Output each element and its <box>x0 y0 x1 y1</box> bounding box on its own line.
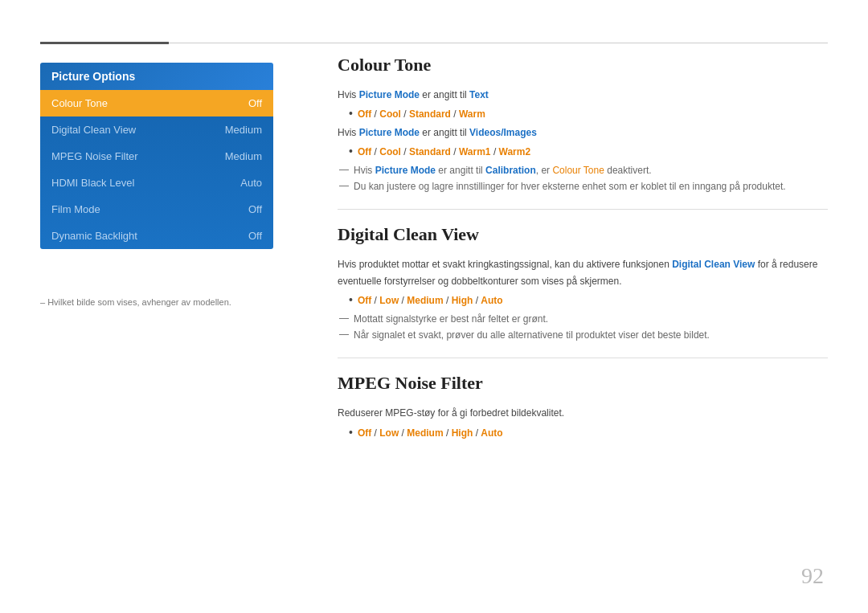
divider1 <box>338 209 828 210</box>
menu-item-colour-tone[interactable]: Colour Tone Off <box>40 90 273 116</box>
section-title-colour-tone: Colour Tone <box>338 55 828 76</box>
option-warm2: Warm2 <box>499 146 531 157</box>
mpeg-bullet: Off / Low / Medium / High / Auto <box>349 425 828 441</box>
section-colour-tone: Colour Tone Hvis Picture Mode er angitt … <box>338 55 828 194</box>
section-body-digital-clean-view: Hvis produktet mottar et svakt kringkast… <box>338 256 828 343</box>
menu-item-dynamic-backlight[interactable]: Dynamic Backlight Off <box>40 223 273 249</box>
dcv-note1: Mottatt signalstyrke er best når feltet … <box>339 311 828 327</box>
colour-tone-note1-text: Hvis Picture Mode er angitt til Calibrat… <box>354 162 652 178</box>
option-warm: Warm <box>459 108 485 120</box>
dcv-auto: Auto <box>481 295 502 306</box>
mpeg-sep4: / <box>473 427 481 439</box>
sep3: / <box>451 108 459 120</box>
menu-label-film-mode: Film Mode <box>51 203 100 215</box>
mpeg-sep3: / <box>444 427 452 439</box>
sep4: / <box>371 146 379 157</box>
section-body-colour-tone: Hvis Picture Mode er angitt til Text Off… <box>338 87 828 194</box>
section-mpeg-noise-filter: MPEG Noise Filter Reduserer MPEG-støy fo… <box>338 373 828 441</box>
option-off1: Off <box>358 108 371 120</box>
menu-value-digital-clean-view: Medium <box>225 124 262 136</box>
mpeg-sep1: / <box>371 427 379 439</box>
menu-label-mpeg-noise-filter: MPEG Noise Filter <box>51 150 138 162</box>
dcv-sep4: / <box>473 295 481 306</box>
picture-options-panel: Picture Options Colour Tone Off Digital … <box>40 63 273 249</box>
menu-label-dynamic-backlight: Dynamic Backlight <box>51 230 137 242</box>
option-cool2: Cool <box>379 146 401 157</box>
colour-tone-keyword: Colour Tone <box>552 165 604 176</box>
top-line-light <box>169 43 828 43</box>
mpeg-options: Off / Low / Medium / High / Auto <box>358 425 503 441</box>
menu-item-mpeg-noise-filter[interactable]: MPEG Noise Filter Medium <box>40 143 273 170</box>
dcv-off: Off <box>358 295 371 306</box>
sep2: / <box>401 108 409 120</box>
dcv-low: Low <box>379 295 399 306</box>
option-standard2: Standard <box>409 146 451 157</box>
menu-label-digital-clean-view: Digital Clean View <box>51 124 136 136</box>
mpeg-medium: Medium <box>407 427 443 439</box>
dcv-sep3: / <box>444 295 452 306</box>
menu-value-dynamic-backlight: Off <box>248 230 262 242</box>
dcv-high: High <box>452 295 473 306</box>
dcv-sep1: / <box>371 295 379 306</box>
colour-tone-text1: Hvis Picture Mode er angitt til Text <box>338 87 828 103</box>
section-body-mpeg-noise-filter: Reduserer MPEG-støy for å gi forbedret b… <box>338 405 828 441</box>
colour-tone-note1: Hvis Picture Mode er angitt til Calibrat… <box>339 162 828 178</box>
menu-item-hdmi-black-level[interactable]: HDMI Black Level Auto <box>40 170 273 196</box>
colour-tone-options1: Off / Cool / Standard / Warm <box>358 106 485 122</box>
picture-mode-keyword2: Picture Mode <box>359 127 420 138</box>
option-off2: Off <box>358 146 371 157</box>
calibration-keyword: Calibration <box>485 165 536 176</box>
menu-value-colour-tone: Off <box>248 97 262 109</box>
mpeg-intro: Reduserer MPEG-støy for å gi forbedret b… <box>338 405 828 421</box>
sep1: / <box>371 108 379 120</box>
panel-title: Picture Options <box>40 63 273 90</box>
picture-mode-keyword3: Picture Mode <box>375 165 436 176</box>
footer-note: – Hvilket bilde som vises, avhenger av m… <box>40 297 231 307</box>
option-cool: Cool <box>379 108 401 120</box>
mpeg-off: Off <box>358 427 371 439</box>
sep5: / <box>401 146 409 157</box>
menu-item-digital-clean-view[interactable]: Digital Clean View Medium <box>40 116 273 143</box>
dcv-medium: Medium <box>407 295 443 306</box>
menu-value-film-mode: Off <box>248 203 262 215</box>
top-line-accent <box>40 42 169 44</box>
colour-tone-bullet1: Off / Cool / Standard / Warm <box>349 106 828 122</box>
dcv-note2: Når signalet et svakt, prøver du alle al… <box>339 327 828 343</box>
mpeg-high: High <box>452 427 473 439</box>
colour-tone-text2: Hvis Picture Mode er angitt til Videos/I… <box>338 125 828 141</box>
option-standard1: Standard <box>409 108 451 120</box>
dcv-options: Off / Low / Medium / High / Auto <box>358 292 503 309</box>
section-title-mpeg-noise-filter: MPEG Noise Filter <box>338 373 828 394</box>
colour-tone-note2-text: Du kan justere og lagre innstillinger fo… <box>354 178 786 194</box>
sep7: / <box>491 146 499 157</box>
menu-list: Colour Tone Off Digital Clean View Mediu… <box>40 90 273 249</box>
colour-tone-bullet2: Off / Cool / Standard / Warm1 / Warm2 <box>349 144 828 160</box>
divider2 <box>338 358 828 358</box>
colour-tone-note2: Du kan justere og lagre innstillinger fo… <box>339 178 828 194</box>
section-title-digital-clean-view: Digital Clean View <box>338 224 828 245</box>
mpeg-auto: Auto <box>481 427 502 439</box>
dcv-note2-text: Når signalet et svakt, prøver du alle al… <box>354 327 710 343</box>
text-keyword1: Text <box>469 89 489 100</box>
menu-value-hdmi-black-level: Auto <box>240 177 262 189</box>
picture-mode-keyword1: Picture Mode <box>359 89 420 100</box>
section-digital-clean-view: Digital Clean View Hvis produktet mottar… <box>338 224 828 343</box>
mpeg-sep2: / <box>399 427 407 439</box>
dcv-sep2: / <box>399 295 407 306</box>
dcv-note1-text: Mottatt signalstyrke er best når feltet … <box>354 311 548 327</box>
menu-item-film-mode[interactable]: Film Mode Off <box>40 196 273 223</box>
colour-tone-options2: Off / Cool / Standard / Warm1 / Warm2 <box>358 144 530 160</box>
dcv-keyword: Digital Clean View <box>672 259 755 270</box>
mpeg-low: Low <box>379 427 399 439</box>
option-warm1: Warm1 <box>459 146 491 157</box>
menu-label-hdmi-black-level: HDMI Black Level <box>51 177 134 189</box>
videos-images-keyword: Videos/Images <box>469 127 537 138</box>
sep6: / <box>451 146 459 157</box>
dcv-intro: Hvis produktet mottar et svakt kringkast… <box>338 256 828 289</box>
menu-value-mpeg-noise-filter: Medium <box>225 150 262 162</box>
top-lines <box>40 42 828 44</box>
dcv-bullet: Off / Low / Medium / High / Auto <box>349 292 828 309</box>
page-number: 92 <box>801 563 824 589</box>
menu-label-colour-tone: Colour Tone <box>51 97 108 109</box>
right-content: Colour Tone Hvis Picture Mode er angitt … <box>338 55 828 456</box>
